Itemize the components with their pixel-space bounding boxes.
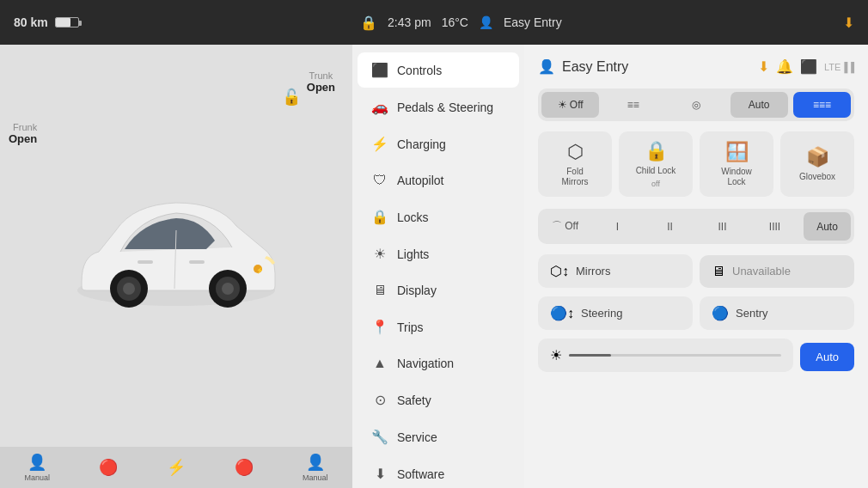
brightness-sun-icon: ☀ [550, 347, 562, 363]
lights-icon: ☀ [371, 246, 388, 262]
mirrors-icon: ⬡↕ [550, 263, 569, 279]
unavailable-icon: 🖥 [712, 264, 725, 279]
lte-icon: LTE▐▐ [824, 62, 854, 72]
bluetooth-icon-header: ⬛ [800, 58, 817, 75]
brightness-track[interactable] [569, 354, 781, 357]
controls-header: 👤 Easy Entry ⬇ 🔔 ⬛ LTE▐▐ [538, 58, 854, 75]
child-lock-card[interactable]: 🔒 Child Lock off [619, 131, 693, 197]
download-icon-header: ⬇ [758, 58, 769, 75]
sidebar-item-software[interactable]: ⬇ Software [358, 456, 519, 488]
wiper-btn-2[interactable]: II [646, 212, 694, 241]
sidebar-item-controls[interactable]: ⬛ Controls [358, 52, 519, 88]
sun-icon-off: ☀ [558, 99, 567, 111]
software-label: Software [397, 467, 444, 481]
car-svg: ⚡ [56, 179, 296, 333]
glovebox-icon: 📦 [806, 146, 829, 168]
profile-name: Easy Entry [504, 15, 562, 29]
car-bottom-bar: 👤 Manual 🔴 ⚡ 🔴 👤 Manual [0, 447, 352, 488]
steering-icon: 🔵↕ [550, 305, 574, 321]
wiper-btn-off[interactable]: ⌒ Off [541, 212, 589, 241]
brightness-fill [569, 354, 611, 357]
controls-title: Easy Entry [562, 59, 628, 75]
steering-card[interactable]: 🔵↕ Steering [538, 296, 693, 330]
temp-display: 16°C [442, 15, 468, 29]
light-btn-off[interactable]: ☀ Off [541, 92, 599, 118]
sentry-icon: 🔵 [712, 305, 729, 321]
sidebar-item-navigation[interactable]: ▲ Navigation [358, 346, 519, 381]
wiper-btn-auto[interactable]: Auto [804, 212, 851, 241]
controls-label: Controls [397, 64, 442, 77]
controls-panel: 👤 Easy Entry ⬇ 🔔 ⬛ LTE▐▐ ☀ Off ≡≡ ◎ Auto… [524, 45, 868, 488]
sidebar-item-display[interactable]: 🖥 Display [358, 273, 519, 308]
light-btn-low[interactable]: ◎ [667, 92, 724, 118]
sentry-label: Sentry [736, 307, 842, 320]
status-center: 🔒 2:43 pm 16°C 👤 Easy Entry [360, 15, 562, 31]
sidebar-item-service[interactable]: 🔧 Service [358, 419, 519, 454]
svg-point-3 [123, 283, 135, 295]
frunk-label: Frunk Open [9, 122, 37, 145]
wiper-btn-1[interactable]: I [594, 212, 641, 241]
bottom-item-4: 🔴 [235, 458, 254, 477]
safety-label: Safety [397, 393, 431, 407]
wiper-btn-3[interactable]: III [699, 212, 746, 241]
sidebar-item-trips[interactable]: 📍 Trips [358, 309, 519, 345]
controls-icon: ⬛ [371, 62, 388, 78]
steering-label: Steering [581, 307, 681, 320]
bottom-item-1: 👤 Manual [24, 453, 50, 482]
icon-cards-row: ⬡ FoldMirrors 🔒 Child Lock off 🪟 WindowL… [538, 131, 854, 197]
charging-label: Charging [397, 137, 446, 151]
brightness-slider-card[interactable]: ☀ [538, 339, 793, 372]
wiper-buttons-group: ⌒ Off I II III IIII Auto [538, 209, 854, 244]
window-lock-card[interactable]: 🪟 WindowLock [700, 131, 773, 197]
car-panel: Trunk Open 🔓 [0, 45, 352, 488]
sidebar-item-safety[interactable]: ⊙ Safety [358, 382, 519, 418]
lights-label: Lights [397, 247, 429, 261]
service-label: Service [397, 430, 437, 444]
service-icon: 🔧 [371, 429, 388, 445]
brightness-section: ☀ Auto [538, 339, 854, 375]
download-icon[interactable]: ⬇ [843, 15, 854, 31]
mirrors-card[interactable]: ⬡↕ Mirrors [538, 254, 693, 288]
sidebar-item-pedals[interactable]: 🚗 Pedals & Steering [358, 89, 519, 125]
svg-text:⚡: ⚡ [256, 266, 264, 274]
sidebar-item-autopilot[interactable]: 🛡 Autopilot [358, 163, 519, 198]
software-icon: ⬇ [371, 466, 388, 482]
display-label: Display [397, 284, 437, 297]
bell-icon-header: 🔔 [776, 58, 793, 75]
trips-label: Trips [397, 320, 424, 334]
svg-rect-9 [189, 260, 205, 264]
status-left: 80 km [14, 15, 79, 29]
sidebar-item-locks[interactable]: 🔒 Locks [358, 199, 519, 235]
light-buttons-group: ☀ Off ≡≡ ◎ Auto ≡≡≡ [538, 88, 854, 121]
locks-label: Locks [397, 210, 429, 224]
sidebar-item-charging[interactable]: ⚡ Charging [358, 126, 519, 162]
trips-icon: 📍 [371, 319, 388, 335]
window-lock-icon: 🪟 [725, 141, 749, 163]
time-display: 2:43 pm [388, 15, 431, 29]
svg-point-6 [222, 283, 234, 295]
unavailable-label: Unavailable [732, 265, 791, 278]
sidebar-item-lights[interactable]: ☀ Lights [358, 236, 519, 271]
lock-icon: 🔒 [360, 15, 377, 31]
light-btn-full[interactable]: ≡≡≡ [793, 92, 851, 118]
charging-icon: ⚡ [371, 136, 388, 152]
menu-panel: ⬛ Controls 🚗 Pedals & Steering ⚡ Chargin… [352, 45, 524, 488]
status-right: ⬇ [843, 15, 854, 31]
wiper-btn-4[interactable]: IIII [751, 212, 798, 241]
glovebox-card[interactable]: 📦 Glovebox [780, 131, 854, 197]
light-btn-auto[interactable]: Auto [730, 92, 788, 118]
child-lock-icon: 🔒 [645, 140, 668, 162]
lock-badge: 🔓 [282, 88, 301, 107]
mirrors-sentry-row: ⬡↕ Mirrors 🖥 Unavailable [538, 254, 854, 288]
wiper-icon: ⌒ [552, 220, 562, 232]
status-bar: 80 km 🔒 2:43 pm 16°C 👤 Easy Entry ⬇ [0, 0, 868, 45]
range-value: 80 km [14, 15, 48, 29]
light-btn-parking[interactable]: ≡≡ [604, 92, 662, 118]
pedals-icon: 🚗 [371, 99, 388, 115]
pedals-label: Pedals & Steering [397, 101, 493, 114]
safety-icon: ⊙ [371, 392, 388, 408]
sentry-card[interactable]: 🔵 Sentry [700, 296, 854, 330]
bottom-item-5: 👤 Manual [303, 453, 328, 482]
brightness-auto-button[interactable]: Auto [800, 343, 854, 371]
fold-mirrors-card[interactable]: ⬡ FoldMirrors [538, 131, 612, 197]
